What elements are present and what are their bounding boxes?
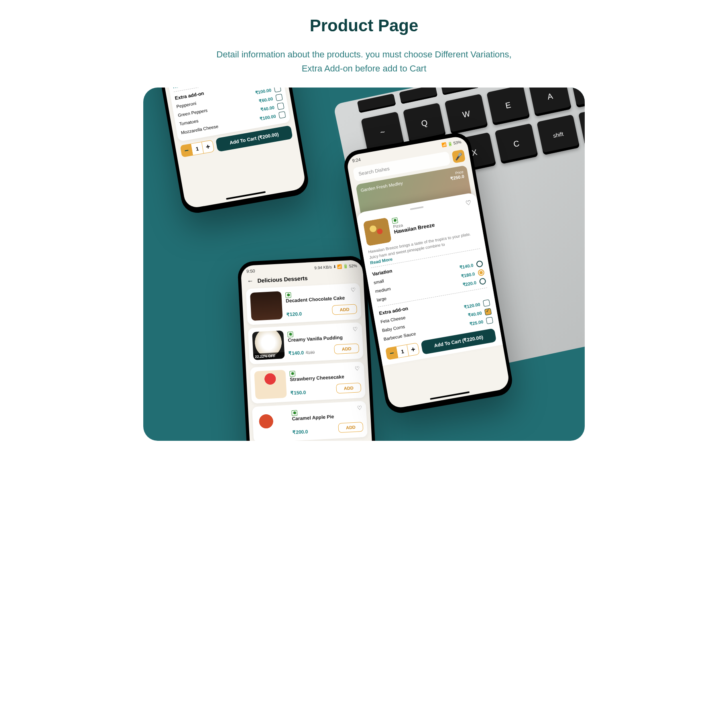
qty-plus-button[interactable]: + (407, 343, 420, 356)
keycap: shift (537, 114, 580, 155)
heart-icon[interactable]: ♡ (355, 365, 360, 372)
veg-badge-icon (285, 292, 291, 298)
subtitle-line-1: Detail information about the products. y… (216, 49, 511, 59)
keycap: S (570, 88, 585, 108)
keycap: control (578, 106, 585, 146)
veg-badge-icon (289, 371, 295, 377)
item-price: ₹150.0 (291, 390, 306, 396)
mic-button[interactable]: 🎤 (451, 149, 466, 163)
item-thumb (250, 291, 283, 321)
addon-price: ₹40.00 (260, 105, 275, 112)
item-thumb (256, 409, 289, 439)
status-time: 9:24 (352, 157, 361, 163)
product-sheet: ♡ Pizza Hawaiian Breeze Hawaiian Breeze … (356, 192, 502, 366)
mic-icon: 🎤 (454, 152, 463, 161)
heart-icon[interactable]: ♡ (465, 199, 472, 207)
variation-label: medium (375, 286, 391, 294)
variation-label: small (373, 279, 384, 285)
item-thumb (254, 370, 287, 399)
item-name: Strawberry Cheesecake (290, 373, 361, 383)
search-placeholder: Search Dishes (358, 166, 390, 177)
variation-price: ₹220.0 (462, 280, 477, 288)
item-name: Creamy Vanilla Pudding (288, 334, 359, 344)
page-title: Product Page (143, 16, 585, 35)
add-button[interactable]: ADD (332, 304, 357, 315)
item-price: ₹140.0 (289, 350, 304, 356)
addon-checkbox[interactable] (275, 94, 283, 102)
addon-checkbox[interactable] (484, 308, 492, 316)
item-name: Caramel Apple Pie (292, 412, 363, 422)
addon-checkbox[interactable] (274, 88, 281, 92)
list-item[interactable]: ♡ Decadent Chocolate Cake ₹120.0 ADD (246, 283, 361, 325)
status-icons: 9.94 KB/s ⬇ 📶 🔋 52% (314, 263, 357, 270)
veg-badge-icon (392, 217, 398, 224)
variation-price: ₹140.0 (459, 263, 474, 270)
add-button[interactable]: ADD (336, 383, 361, 394)
variation-radio[interactable] (476, 261, 484, 268)
item-price: ₹200.0 (293, 429, 308, 436)
addon-price: ₹120.00 (464, 302, 480, 310)
add-button[interactable]: ADD (334, 344, 359, 354)
drag-handle[interactable] (410, 206, 423, 210)
variation-price: ₹180.0 (461, 271, 475, 279)
product-thumb (363, 218, 392, 246)
item-name: Decadent Chocolate Cake (286, 295, 357, 304)
heart-icon[interactable]: ♡ (353, 326, 358, 333)
qty-plus-button[interactable]: + (201, 140, 215, 154)
subtitle-line-2: Extra Add-on before add to Cart (302, 63, 427, 73)
variation-radio[interactable] (479, 278, 486, 285)
page-subtitle: Detail information about the products. y… (143, 47, 585, 75)
addon-price: ₹100.00 (259, 114, 276, 122)
veg-badge-icon (287, 332, 293, 338)
addon-price: ₹60.00 (259, 96, 273, 104)
phone-mock-2: 9:50 9.94 KB/s ⬇ 📶 🔋 52% ← Delicious Des… (237, 255, 378, 441)
addon-checkbox[interactable] (483, 299, 490, 307)
item-price: ₹120.0 (287, 311, 302, 318)
addon-price: ₹40.00 (468, 310, 482, 318)
variation-radio[interactable] (478, 269, 485, 277)
keycap: C (494, 124, 538, 164)
addon-checkbox[interactable] (277, 103, 285, 110)
discount-tag: 22.22% OFF (253, 352, 285, 360)
list-item[interactable]: ♡ Caramel Apple Pie ₹200.0 ADD (252, 401, 368, 441)
screen-title: Delicious Desserts (257, 275, 308, 284)
item-price-strike: ₹180 (305, 350, 315, 355)
item-thumb: 22.22% OFF (252, 330, 285, 360)
back-arrow-icon[interactable]: ← (247, 277, 254, 285)
banner-name: Garden Fresh Medley (360, 181, 403, 193)
hero-showcase: ~ Q W E A S D Z X C shift control option (143, 88, 585, 441)
keycap: W (445, 94, 488, 134)
add-button[interactable]: ADD (338, 422, 363, 433)
keycap: A (528, 88, 571, 117)
keycap: E (486, 88, 530, 126)
veg-badge-icon (291, 410, 297, 416)
phone-mock-1: Pizza Pepperoni Passion Pepperoni Passio… (153, 88, 311, 215)
list-item[interactable]: ♡ Strawberry Cheesecake ₹150.0 ADD (250, 362, 366, 404)
list-item[interactable]: ♡ 22.22% OFF Creamy Vanilla Pudding ₹140… (248, 322, 364, 365)
addon-checkbox[interactable] (486, 317, 494, 324)
heart-icon[interactable]: ♡ (357, 404, 362, 411)
addon-checkbox[interactable] (279, 111, 286, 119)
heart-icon[interactable]: ♡ (350, 287, 356, 293)
status-time: 9:50 (246, 269, 255, 274)
addon-price: ₹25.00 (469, 319, 484, 327)
variation-label: large (376, 296, 387, 303)
